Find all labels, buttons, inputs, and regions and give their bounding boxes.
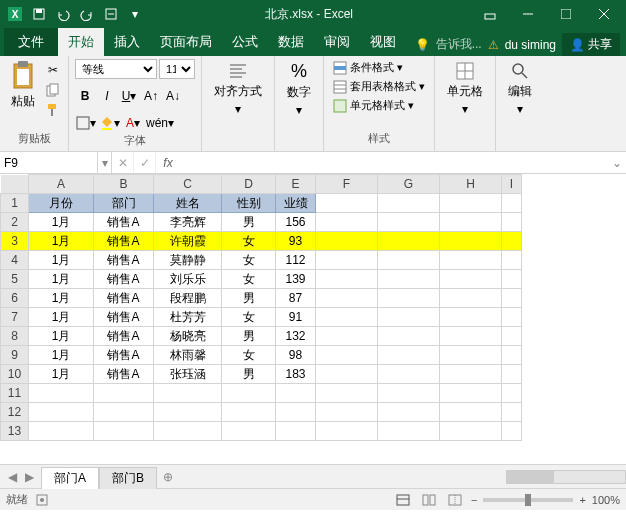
cell[interactable]	[502, 308, 522, 327]
cell[interactable]: 1月	[29, 308, 94, 327]
cell[interactable]: 女	[222, 232, 276, 251]
row-header[interactable]: 9	[1, 346, 29, 365]
cell[interactable]: 销售A	[94, 365, 154, 384]
cell[interactable]	[316, 308, 378, 327]
cell[interactable]	[316, 403, 378, 422]
cell[interactable]: 112	[276, 251, 316, 270]
cell[interactable]: 男	[222, 365, 276, 384]
cell[interactable]	[378, 213, 440, 232]
tab-data[interactable]: 数据	[268, 28, 314, 56]
cell[interactable]	[29, 403, 94, 422]
cell[interactable]	[378, 327, 440, 346]
copy-icon[interactable]	[44, 81, 62, 99]
cell[interactable]: 139	[276, 270, 316, 289]
editing-button[interactable]: 编辑▾	[502, 59, 538, 118]
row-header[interactable]: 3	[1, 232, 29, 251]
fill-color-button[interactable]: ▾	[99, 113, 121, 133]
tab-formulas[interactable]: 公式	[222, 28, 268, 56]
cell[interactable]: 杜芳芳	[154, 308, 222, 327]
cell[interactable]: 业绩	[276, 194, 316, 213]
cell[interactable]: 杨晓亮	[154, 327, 222, 346]
cell[interactable]: 男	[222, 327, 276, 346]
tab-home[interactable]: 开始	[58, 28, 104, 56]
cell[interactable]: 1月	[29, 213, 94, 232]
cell[interactable]: 销售A	[94, 289, 154, 308]
row-header[interactable]: 10	[1, 365, 29, 384]
cell[interactable]	[316, 289, 378, 308]
cell[interactable]: 刘乐乐	[154, 270, 222, 289]
view-pagebreak-icon[interactable]	[445, 492, 465, 508]
font-color-button[interactable]: A▾	[123, 113, 143, 133]
cell[interactable]: 98	[276, 346, 316, 365]
cell[interactable]	[222, 422, 276, 441]
cell[interactable]: 女	[222, 251, 276, 270]
cell[interactable]	[316, 327, 378, 346]
tell-me[interactable]: 告诉我...	[436, 36, 482, 53]
bold-button[interactable]: B	[75, 86, 95, 106]
cell[interactable]: 1月	[29, 327, 94, 346]
cell[interactable]	[502, 384, 522, 403]
cell[interactable]	[502, 346, 522, 365]
col-header[interactable]: B	[94, 175, 154, 194]
tab-review[interactable]: 审阅	[314, 28, 360, 56]
cell[interactable]	[440, 422, 502, 441]
qat-dropdown-icon[interactable]: ▾	[124, 3, 146, 25]
cell[interactable]	[276, 403, 316, 422]
conditional-format-button[interactable]: 条件格式▾	[330, 59, 428, 76]
horizontal-scrollbar[interactable]	[506, 470, 626, 484]
row-header[interactable]: 13	[1, 422, 29, 441]
cell[interactable]	[94, 403, 154, 422]
cell[interactable]	[222, 384, 276, 403]
cell[interactable]	[378, 251, 440, 270]
cell[interactable]: 销售A	[94, 251, 154, 270]
cell[interactable]	[502, 194, 522, 213]
cell[interactable]	[502, 422, 522, 441]
cancel-formula-icon[interactable]: ✕	[112, 152, 134, 173]
fx-label[interactable]: fx	[156, 152, 180, 173]
row-header[interactable]: 11	[1, 384, 29, 403]
cell[interactable]: 许朝霞	[154, 232, 222, 251]
enter-formula-icon[interactable]: ✓	[134, 152, 156, 173]
cell[interactable]: 183	[276, 365, 316, 384]
cell[interactable]	[440, 251, 502, 270]
row-header[interactable]: 7	[1, 308, 29, 327]
ribbon-options-icon[interactable]	[472, 2, 508, 26]
tab-layout[interactable]: 页面布局	[150, 28, 222, 56]
zoom-in-icon[interactable]: +	[579, 494, 585, 506]
select-all-cell[interactable]	[1, 175, 29, 194]
cell[interactable]: 132	[276, 327, 316, 346]
cell[interactable]	[222, 403, 276, 422]
cell[interactable]: 段程鹏	[154, 289, 222, 308]
tab-view[interactable]: 视图	[360, 28, 406, 56]
cell[interactable]	[316, 346, 378, 365]
cell[interactable]: 女	[222, 270, 276, 289]
cell[interactable]	[94, 422, 154, 441]
cell[interactable]: 1月	[29, 346, 94, 365]
cell[interactable]	[276, 384, 316, 403]
cut-icon[interactable]: ✂	[44, 61, 62, 79]
formula-expand-icon[interactable]: ⌄	[608, 152, 626, 173]
phonetic-button[interactable]: wén▾	[145, 113, 175, 133]
cell[interactable]: 156	[276, 213, 316, 232]
col-header[interactable]: E	[276, 175, 316, 194]
sheet-tab-a[interactable]: 部门A	[41, 467, 99, 489]
user-name[interactable]: du siming	[505, 38, 556, 52]
row-header[interactable]: 2	[1, 213, 29, 232]
row-header[interactable]: 12	[1, 403, 29, 422]
cell[interactable]	[154, 384, 222, 403]
row-header[interactable]: 8	[1, 327, 29, 346]
cell[interactable]	[316, 194, 378, 213]
sheet-nav-next-icon[interactable]: ▶	[21, 469, 37, 485]
cell[interactable]: 女	[222, 308, 276, 327]
row-header[interactable]: 4	[1, 251, 29, 270]
cell[interactable]	[502, 403, 522, 422]
redo-icon[interactable]	[76, 3, 98, 25]
cells-button[interactable]: 单元格▾	[441, 59, 489, 118]
cell[interactable]: 销售A	[94, 327, 154, 346]
row-header[interactable]: 6	[1, 289, 29, 308]
paste-button[interactable]: 粘贴	[6, 59, 40, 112]
zoom-level[interactable]: 100%	[592, 494, 620, 506]
cell[interactable]: 李亮辉	[154, 213, 222, 232]
cell[interactable]	[378, 403, 440, 422]
cell[interactable]: 1月	[29, 270, 94, 289]
